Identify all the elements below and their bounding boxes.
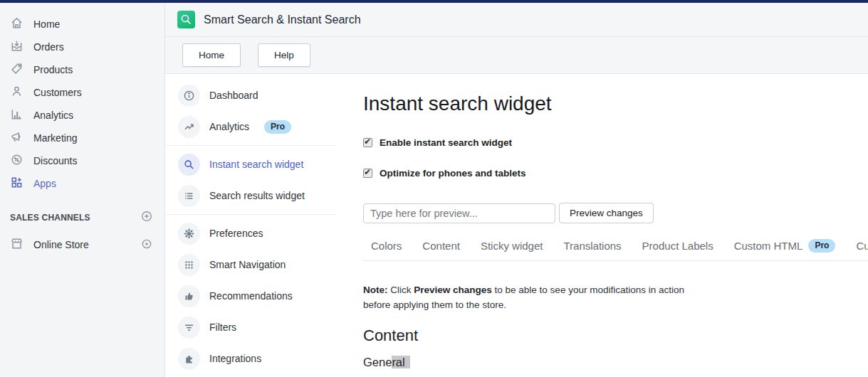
preview-changes-button[interactable]: Preview changes	[559, 203, 654, 223]
sidebar-item-orders[interactable]: Orders	[0, 36, 164, 58]
sidebar-item-label: Home	[33, 18, 60, 30]
home-button[interactable]: Home	[182, 43, 241, 67]
tab-translations[interactable]: Translations	[563, 240, 621, 252]
sidebar-item-label: Analytics	[33, 110, 73, 121]
tab-custom-clipped[interactable]: Custom	[856, 240, 868, 252]
app-nav-recommendations[interactable]: Recommendations	[165, 280, 336, 312]
puzzle-icon	[178, 348, 200, 370]
main-content: Instant search widget Enable instant sea…	[336, 74, 868, 377]
tabs-divider	[363, 260, 868, 261]
sidebar-item-label: Orders	[33, 41, 64, 53]
thumbs-up-icon	[178, 285, 200, 307]
tab-label: Custom HTML	[734, 240, 803, 252]
sidebar-item-marketing[interactable]: Marketing	[0, 127, 164, 149]
tab-product-labels[interactable]: Product Labels	[642, 240, 713, 252]
selected-text: ral	[392, 356, 409, 368]
app-sidebar: Dashboard Analytics Pro Instant search w…	[165, 74, 336, 377]
add-channel-icon[interactable]	[140, 210, 153, 225]
pro-badge: Pro	[808, 239, 835, 253]
app-title-bar: Smart Search & Instant Search	[165, 3, 868, 37]
sidebar-item-label: Products	[33, 64, 73, 75]
sidebar-item-products[interactable]: Products	[0, 58, 164, 81]
sidebar-item-online-store[interactable]: Online Store	[0, 233, 164, 256]
search-icon	[178, 154, 200, 176]
sidebar-item-discounts[interactable]: Discounts	[0, 149, 164, 172]
optimize-mobile-checkbox-row[interactable]: Optimize for phones and tablets	[363, 168, 868, 179]
filter-icon	[178, 317, 200, 339]
general-subheading: General	[363, 356, 868, 369]
sidebar-item-label: Marketing	[33, 132, 77, 144]
app-nav-search-results-widget[interactable]: Search results widget	[165, 180, 336, 211]
sidebar-divider	[165, 145, 336, 146]
page-title: Instant search widget	[363, 92, 868, 115]
analytics-icon	[10, 107, 23, 123]
note-text: Note: Click Preview changes to be able t…	[363, 283, 705, 313]
checkbox-checked[interactable]	[363, 169, 372, 178]
app-nav-instant-search-widget[interactable]: Instant search widget	[165, 149, 336, 180]
app-title: Smart Search & Instant Search	[204, 14, 361, 26]
list-icon	[178, 185, 200, 207]
app-nav-preferences[interactable]: Preferences	[165, 218, 336, 249]
app-nav-filters[interactable]: Filters	[165, 312, 336, 343]
sidebar-item-home[interactable]: Home	[0, 13, 164, 36]
app-nav-smart-navigation[interactable]: Smart Navigation	[165, 249, 336, 280]
grid-icon	[178, 254, 200, 276]
app-nav-label: Dashboard	[209, 90, 258, 101]
app-nav-label: Search results widget	[209, 190, 305, 201]
content-section-heading: Content	[363, 326, 868, 345]
settings-tabs: Colors Content Sticky widget Translation…	[363, 239, 868, 253]
sales-channels-label: SALES CHANNELS	[10, 213, 90, 223]
sidebar-item-label: Apps	[33, 178, 56, 189]
checkbox-label: Enable instant search widget	[380, 137, 512, 148]
apps-icon	[10, 176, 23, 191]
note-bold: Preview changes	[414, 285, 492, 295]
view-eye-icon[interactable]	[140, 238, 153, 253]
sidebar-item-analytics[interactable]: Analytics	[0, 104, 164, 127]
checkbox-checked[interactable]	[363, 138, 372, 147]
enable-widget-checkbox-row[interactable]: Enable instant search widget	[363, 137, 868, 148]
app-nav-label: Recommendations	[209, 290, 293, 302]
app-nav-integrations[interactable]: Integrations	[165, 343, 336, 374]
sidebar-item-customers[interactable]: Customers	[0, 81, 164, 104]
note-prefix: Note:	[363, 285, 388, 295]
tab-sticky-widget[interactable]: Sticky widget	[481, 240, 543, 252]
app-nav-label: Smart Navigation	[209, 259, 286, 270]
checkbox-label: Optimize for phones and tablets	[380, 168, 526, 179]
sidebar-item-label: Customers	[33, 87, 82, 98]
sales-channels-header: SALES CHANNELS	[0, 211, 164, 225]
tag-icon	[10, 62, 23, 78]
app-nav-analytics[interactable]: Analytics Pro	[165, 111, 336, 142]
sidebar-item-label: Discounts	[33, 155, 77, 166]
app-nav-label: Preferences	[209, 228, 263, 239]
app-nav-label: Analytics	[209, 121, 249, 132]
sidebar-divider	[165, 214, 336, 215]
tab-content[interactable]: Content	[422, 240, 460, 252]
megaphone-icon	[10, 130, 23, 146]
sidebar-item-label: Online Store	[33, 239, 89, 250]
preview-controls: Preview changes	[363, 203, 868, 223]
sidebar-item-apps[interactable]: Apps	[0, 172, 164, 195]
storefront-icon	[10, 237, 23, 253]
tab-colors[interactable]: Colors	[371, 240, 402, 252]
tab-custom-html[interactable]: Custom HTML Pro	[734, 239, 836, 253]
app-nav-label: Filters	[209, 322, 236, 333]
pro-badge: Pro	[264, 120, 291, 134]
shopify-sidebar: Home Orders Products Customers Analytics…	[0, 3, 165, 377]
app-frame: Smart Search & Instant Search Home Help …	[165, 3, 868, 377]
preview-input[interactable]	[363, 203, 555, 223]
help-button[interactable]: Help	[258, 43, 310, 67]
app-nav-label: Instant search widget	[209, 159, 303, 170]
app-toolbar: Home Help	[165, 37, 868, 74]
customers-icon	[10, 85, 23, 100]
orders-icon	[10, 39, 23, 55]
info-icon	[178, 85, 200, 107]
trend-icon	[178, 116, 200, 138]
discount-icon	[10, 153, 23, 169]
app-logo-icon	[177, 11, 195, 28]
home-icon	[10, 16, 23, 32]
app-nav-dashboard[interactable]: Dashboard	[165, 80, 336, 111]
gear-icon	[178, 223, 200, 245]
app-nav-label: Integrations	[209, 353, 261, 364]
